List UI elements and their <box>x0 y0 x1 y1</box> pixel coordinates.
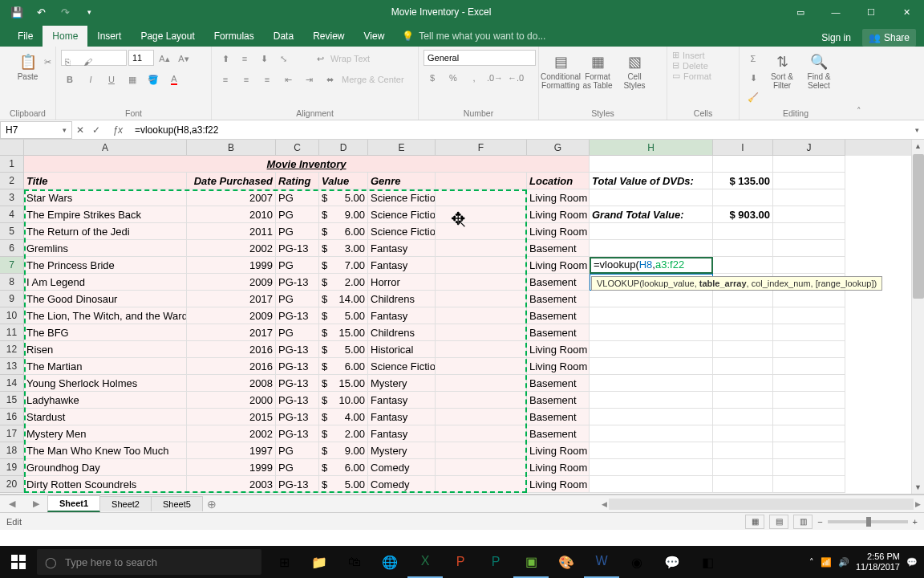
cell-c9[interactable]: PG <box>276 291 319 307</box>
cell-h9[interactable] <box>590 291 713 307</box>
cell-i3[interactable] <box>713 189 773 206</box>
scroll-up-icon[interactable]: ▲ <box>912 140 924 153</box>
cell-j11[interactable] <box>773 324 845 341</box>
row-header-15[interactable]: 15 <box>0 392 24 409</box>
cell-j12[interactable] <box>773 341 845 358</box>
column-header-i[interactable]: I <box>713 140 773 156</box>
row-header-1[interactable]: 1 <box>0 156 24 173</box>
cell-c20[interactable]: PG-13 <box>276 476 319 493</box>
cell-i19[interactable] <box>713 459 773 476</box>
cell-d8[interactable]: $2.00 <box>319 274 368 291</box>
increase-decimal-icon[interactable]: .0→ <box>486 69 504 87</box>
italic-icon[interactable]: I <box>82 71 99 88</box>
cell-j1[interactable] <box>773 156 845 173</box>
camtasia-icon[interactable]: ▣ <box>513 546 549 578</box>
formula-input[interactable] <box>132 124 910 136</box>
cell-a14[interactable]: Young Sherlock Holmes <box>24 375 187 392</box>
column-header-d[interactable]: D <box>319 140 368 156</box>
column-header-j[interactable]: J <box>773 140 845 156</box>
header-title[interactable]: Title <box>24 173 187 189</box>
fx-icon[interactable]: ƒx <box>107 124 128 136</box>
row-header-19[interactable]: 19 <box>0 459 24 476</box>
cell-c8[interactable]: PG-13 <box>276 274 319 291</box>
fill-icon[interactable]: ⬇ <box>744 69 762 87</box>
cell-c16[interactable]: PG-13 <box>276 409 319 425</box>
store-icon[interactable]: 🛍 <box>337 546 372 578</box>
row-header-2[interactable]: 2 <box>0 173 24 189</box>
cell-styles-button[interactable]: ▧Cell Styles <box>618 50 651 93</box>
header-date[interactable]: Date Purchased <box>187 173 276 189</box>
fill-color-icon[interactable]: 🪣 <box>144 71 162 88</box>
word-icon[interactable]: W <box>584 546 619 578</box>
cell-j4[interactable] <box>773 206 845 223</box>
tray-clock[interactable]: 2:56 PM 11/18/2017 <box>856 552 900 572</box>
cell-d9[interactable]: $14.00 <box>319 291 368 307</box>
sheet-tab-sheet1[interactable]: Sheet1 <box>47 495 100 512</box>
cell-f9[interactable] <box>436 291 527 307</box>
copy-icon[interactable]: ⎘ <box>59 53 76 71</box>
cell-b7[interactable]: 1999 <box>187 257 276 274</box>
cell-i18[interactable] <box>713 442 773 459</box>
cell-c14[interactable]: PG-13 <box>276 375 319 392</box>
tab-view[interactable]: View <box>355 26 395 47</box>
cell-i5[interactable] <box>713 223 773 240</box>
cell-a18[interactable]: The Man Who Knew Too Much <box>24 442 187 459</box>
cell-e10[interactable]: Fantasy <box>368 307 436 324</box>
zoom-slider[interactable] <box>828 520 908 523</box>
cell-h17[interactable] <box>590 425 713 442</box>
autosum-icon[interactable]: Σ <box>744 50 762 67</box>
cell-d11[interactable]: $15.00 <box>319 324 368 341</box>
cell-i7[interactable] <box>713 257 773 274</box>
cell-j17[interactable] <box>773 425 845 442</box>
cell-g8[interactable]: Basement <box>527 274 590 291</box>
app-icon-3[interactable]: ◧ <box>690 546 725 578</box>
percent-icon[interactable]: % <box>444 69 462 87</box>
clear-icon[interactable]: 🧹 <box>744 88 762 106</box>
underline-icon[interactable]: U <box>103 71 120 88</box>
cell-i15[interactable] <box>713 392 773 409</box>
tab-review[interactable]: Review <box>303 26 354 47</box>
app-icon-1[interactable]: 🎨 <box>549 546 584 578</box>
cell-e4[interactable]: Science Fiction <box>368 206 436 223</box>
cell-g7[interactable]: Living Room <box>527 257 590 274</box>
row-header-14[interactable]: 14 <box>0 375 24 392</box>
cell-b5[interactable]: 2011 <box>187 223 276 240</box>
column-header-c[interactable]: C <box>276 140 319 156</box>
app-icon-2[interactable]: 💬 <box>654 546 690 578</box>
cell-f16[interactable] <box>436 409 527 425</box>
bold-icon[interactable]: B <box>61 71 79 88</box>
undo-icon[interactable]: ↶ <box>30 2 51 22</box>
cell-i11[interactable] <box>713 324 773 341</box>
cell-b10[interactable]: 2009 <box>187 307 276 324</box>
decrease-decimal-icon[interactable]: ←.0 <box>507 69 525 87</box>
currency-icon[interactable]: $ <box>424 69 441 87</box>
insert-cells-icon[interactable]: ⊞ <box>672 50 679 60</box>
ribbon-display-icon[interactable]: ▭ <box>783 0 818 24</box>
cell-e8[interactable]: Horror <box>368 274 436 291</box>
cell-h3[interactable] <box>590 189 713 206</box>
zoom-in-icon[interactable]: + <box>913 517 918 527</box>
cell-h18[interactable] <box>590 442 713 459</box>
cell-j16[interactable] <box>773 409 845 425</box>
minimize-button[interactable]: — <box>818 0 853 24</box>
sheet-nav-prev-icon[interactable]: ◀ <box>9 499 15 509</box>
column-header-h[interactable]: H <box>590 140 713 156</box>
cell-f15[interactable] <box>436 392 527 409</box>
cell-e11[interactable]: Childrens <box>368 324 436 341</box>
row-header-8[interactable]: 8 <box>0 274 24 291</box>
cell-c4[interactable]: PG <box>276 206 319 223</box>
hscroll-right-icon[interactable]: ▶ <box>915 500 921 508</box>
row-header-16[interactable]: 16 <box>0 409 24 425</box>
cell-e7[interactable]: Fantasy <box>368 257 436 274</box>
task-view-icon[interactable]: ⊞ <box>266 546 302 578</box>
cell-c6[interactable]: PG-13 <box>276 240 319 257</box>
sheet-tab-sheet5[interactable]: Sheet5 <box>151 496 203 511</box>
cell-e19[interactable]: Comedy <box>368 459 436 476</box>
active-cell-h7[interactable]: =vlookup(H8,a3:f22VLOOKUP(lookup_value, … <box>590 257 713 274</box>
align-top-icon[interactable]: ⬆ <box>217 50 234 67</box>
cell-g9[interactable]: Basement <box>527 291 590 307</box>
cell-c3[interactable]: PG <box>276 189 319 206</box>
row-header-10[interactable]: 10 <box>0 307 24 324</box>
cell-h10[interactable] <box>590 307 713 324</box>
border-icon[interactable]: ▦ <box>124 71 141 88</box>
